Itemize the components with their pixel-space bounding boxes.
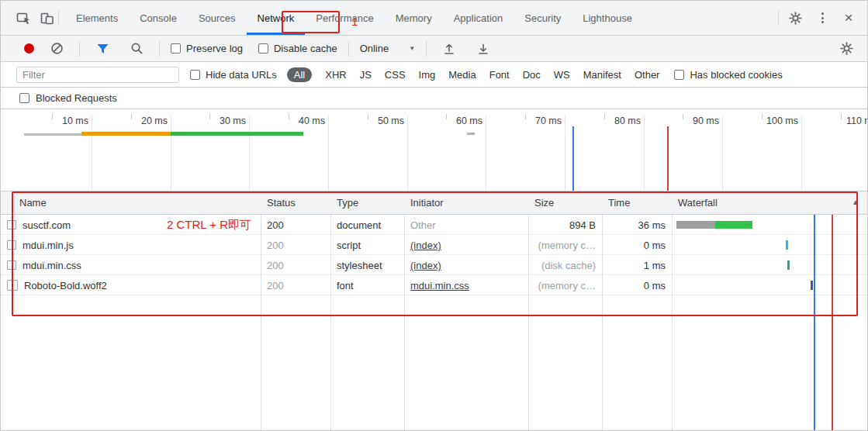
column-header-time[interactable]: Time <box>602 197 672 209</box>
record-network-log-icon[interactable] <box>24 43 34 53</box>
hide-data-urls-label: Hide data URLs <box>206 69 277 81</box>
hide-data-urls-checkbox[interactable] <box>190 70 200 80</box>
import-har-icon[interactable] <box>437 37 461 60</box>
table-row-mdui-css[interactable]: mdui.min.css 200 stylesheet (index) (dis… <box>1 255 867 275</box>
filter-type-img[interactable]: Img <box>419 69 436 81</box>
request-name: mdui.min.js <box>22 240 74 251</box>
clear-network-log-icon[interactable] <box>45 37 68 60</box>
chevron-down-icon: ▼ <box>409 45 415 52</box>
tab-sources[interactable]: Sources <box>188 1 247 35</box>
device-toolbar-icon[interactable] <box>35 6 58 29</box>
inspect-element-icon[interactable] <box>12 6 35 29</box>
initiator-link[interactable]: (index) <box>410 240 441 251</box>
column-header-size[interactable]: Size <box>528 197 602 209</box>
network-overview-timeline[interactable]: 10 ms 20 ms 30 ms 40 ms 50 ms 60 ms 70 m… <box>1 109 867 191</box>
gridline-50ms: 50 ms <box>407 116 408 191</box>
more-options-icon[interactable] <box>811 7 833 29</box>
table-row-mdui-js[interactable]: mdui.min.js 200 script (index) (memory c… <box>1 235 867 255</box>
minor-tick <box>525 114 526 119</box>
domcontentloaded-line <box>814 215 815 430</box>
request-size: (disk cache) <box>528 260 602 271</box>
table-row-susctf[interactable]: susctf.com 200 document Other 894 B 36 m… <box>1 215 867 235</box>
document-file-icon <box>7 220 16 229</box>
overview-bar-small <box>467 133 475 135</box>
request-name: mdui.min.css <box>22 260 81 271</box>
minor-tick <box>841 114 842 119</box>
filter-type-css[interactable]: CSS <box>385 69 406 81</box>
column-header-initiator[interactable]: Initiator <box>404 197 528 209</box>
column-header-waterfall[interactable]: Waterfall ▲ <box>672 197 867 209</box>
tab-elements[interactable]: Elements <box>65 1 129 35</box>
sort-ascending-icon[interactable]: ▲ <box>852 198 859 206</box>
gridline-80ms: 80 ms <box>644 116 645 191</box>
blocked-requests-label: Blocked Requests <box>36 92 117 104</box>
gridline-10ms: 10 ms <box>92 116 92 191</box>
has-blocked-cookies-group: Has blocked cookies <box>674 69 782 81</box>
request-status: 200 <box>261 280 330 291</box>
tab-memory[interactable]: Memory <box>385 1 443 35</box>
search-icon[interactable] <box>125 37 148 60</box>
waterfall-cell <box>672 235 867 255</box>
column-header-status[interactable]: Status <box>261 197 330 209</box>
preserve-log-checkbox[interactable] <box>171 43 181 53</box>
has-blocked-cookies-checkbox[interactable] <box>674 70 684 80</box>
waterfall-tick <box>786 240 788 250</box>
overview-bar-waiting <box>24 133 81 136</box>
filter-type-doc[interactable]: Doc <box>523 69 541 81</box>
tab-security[interactable]: Security <box>514 1 572 35</box>
tab-console[interactable]: Console <box>129 1 188 35</box>
filter-funnel-icon[interactable] <box>91 37 114 60</box>
minor-tick <box>131 114 132 119</box>
request-time: 0 ms <box>602 240 672 251</box>
request-initiator: Other <box>404 219 528 231</box>
filter-type-js[interactable]: JS <box>360 69 372 81</box>
filter-type-media[interactable]: Media <box>448 69 475 81</box>
filter-type-manifest[interactable]: Manifest <box>583 69 621 81</box>
load-event-line <box>667 126 669 191</box>
filter-type-all[interactable]: All <box>287 67 312 82</box>
minor-tick <box>604 114 605 119</box>
table-row-roboto-font[interactable]: Roboto-Bold.woff2 200 font mdui.min.css … <box>1 275 867 295</box>
preserve-log-group: Preserve log <box>171 43 243 54</box>
minor-tick <box>683 114 683 119</box>
divider <box>159 41 160 57</box>
throttling-select[interactable]: Online ▼ <box>360 43 416 54</box>
tab-application[interactable]: Application <box>443 1 514 35</box>
throttling-value: Online <box>360 43 389 54</box>
waterfall-label: Waterfall <box>678 197 718 209</box>
request-status: 200 <box>261 219 330 231</box>
network-toolbar: Preserve log Disable cache Online ▼ <box>1 36 867 62</box>
tab-lighthouse[interactable]: Lighthouse <box>572 1 643 35</box>
initiator-link[interactable]: (index) <box>410 260 441 271</box>
close-devtools-icon[interactable]: × <box>838 7 859 29</box>
filter-type-ws[interactable]: WS <box>554 69 570 81</box>
network-settings-gear-icon[interactable] <box>835 37 858 60</box>
settings-gear-icon[interactable] <box>783 6 807 29</box>
waterfall-waiting-bar <box>676 221 715 229</box>
tab-network[interactable]: Network <box>247 1 306 35</box>
disable-cache-checkbox[interactable] <box>258 43 268 53</box>
filter-type-font[interactable]: Font <box>489 69 510 81</box>
gridline-40ms: 40 ms <box>328 116 329 191</box>
initiator-link[interactable]: mdui.min.css <box>410 280 469 291</box>
blocked-requests-checkbox[interactable] <box>19 93 29 103</box>
request-time: 1 ms <box>602 260 672 271</box>
gridline-100ms: 100 ms <box>801 116 802 191</box>
request-status: 200 <box>261 240 330 251</box>
hide-data-urls-group: Hide data URLs <box>190 69 277 81</box>
export-har-icon[interactable] <box>472 37 495 60</box>
minor-tick <box>762 114 763 119</box>
minor-tick <box>209 114 210 119</box>
filter-type-xhr[interactable]: XHR <box>325 69 346 81</box>
filter-input[interactable] <box>16 67 179 83</box>
divider <box>426 41 427 57</box>
divider <box>79 41 80 57</box>
request-type: document <box>330 219 404 231</box>
tab-performance[interactable]: Performance <box>305 1 384 35</box>
column-header-type[interactable]: Type <box>330 197 404 209</box>
column-header-name[interactable]: Name <box>1 197 261 209</box>
waterfall-tick <box>787 260 790 270</box>
devtools-tab-bar: Elements Console Sources Network Perform… <box>1 1 867 36</box>
font-file-icon <box>7 280 18 291</box>
filter-type-other[interactable]: Other <box>635 69 660 81</box>
